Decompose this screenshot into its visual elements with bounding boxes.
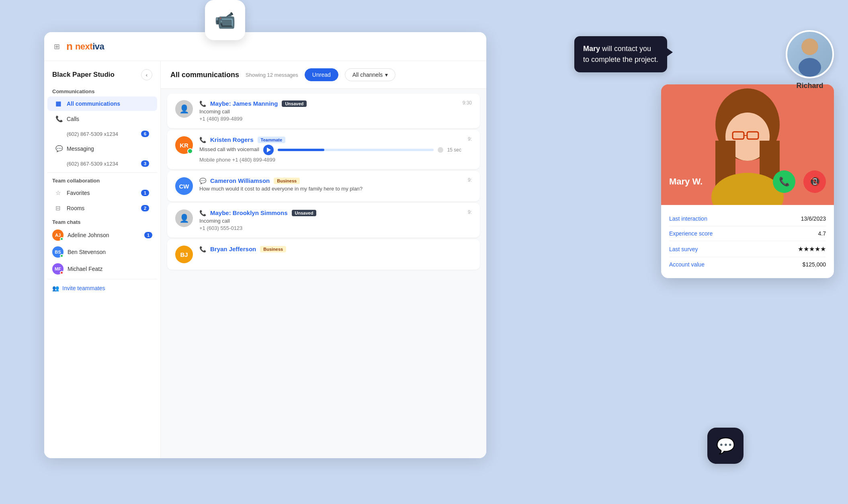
msg-detail-kristen: Mobile phone +1 (480) 899-4899 [199,157,461,163]
voicemail-player: Missed call with voicemail 15 sec [199,145,461,155]
msg-tag-brooklyn: Unsaved [292,210,317,216]
last-survey-row: Last survey ★★★★★ [669,241,826,257]
msg-sub-cameron: How much would it cost to add everyone i… [199,186,461,192]
msg-name-cameron: Cameron Williamson [210,177,270,184]
msg-sub-brooklyn: Incoming call [199,218,461,224]
calls-badge: 6 [141,131,149,137]
message-card-cameron[interactable]: CW 💬 Cameron Williamson Business How muc… [167,171,480,201]
msg-body-james: 📞 Maybe: James Manning Unsaved Incoming … [199,100,456,122]
speech-bubble-bold: Mary [583,45,600,53]
panel-subtitle: Showing 12 messages [246,72,298,78]
bryan-initials: BJ [180,251,188,258]
video-call-fab[interactable]: 📹 [205,0,245,40]
phone-icon-james: 📞 [199,100,206,107]
ben-name: Ben Stevenson [68,249,106,255]
divider [47,172,157,173]
all-channels-filter-button[interactable]: All channels ▾ [345,68,396,81]
experience-score-row: Experience score 4.7 [669,226,826,241]
msg-body-bryan: 📞 Bryan Jefferson Business [199,246,472,254]
msg-tag-james: Unsaved [282,100,307,107]
account-value-value: $125,000 [803,261,826,268]
unread-filter-button[interactable]: Unread [305,68,338,81]
richard-photo [786,30,834,78]
last-survey-label: Last survey [669,246,698,252]
logo-text: nextiva [75,41,104,52]
sidebar-collapse-button[interactable]: ‹ [141,69,152,80]
nextiva-logo: n nextiva [66,40,104,53]
team-chat-ben[interactable]: BS Ben Stevenson [44,244,160,260]
team-collaboration-label: Team collaboration [44,174,160,185]
play-button[interactable] [263,145,274,155]
sidebar-item-all-communications[interactable]: ▦ All communications [47,96,157,111]
divider-2 [47,279,157,279]
adeline-status-dot [60,237,63,241]
msg-time-james: 9:30 [463,100,472,106]
messaging-badge: 3 [141,160,149,167]
communications-section-label: Communications [44,85,160,96]
accept-call-button[interactable]: 📞 [773,170,795,193]
msg-body-kristen: 📞 Kristen Rogers Teammate Missed call wi… [199,136,461,163]
svg-point-1 [799,58,821,77]
rooms-badge: 2 [141,205,149,211]
message-card-brooklyn[interactable]: 👤 📞 Maybe: Brooklyn Simmons Unsaved Inco… [167,203,480,238]
message-card-bryan[interactable]: BJ 📞 Bryan Jefferson Business [167,239,480,270]
invite-teammates-button[interactable]: 👥 Invite teammates [44,281,160,295]
panel-title: All communications [170,71,239,79]
sidebar-item-messaging[interactable]: 💬 Messaging [47,141,157,156]
person-icon-james: 👤 [179,104,189,114]
sidebar-item-calls[interactable]: 📞 Calls [47,112,157,126]
invite-icon: 👥 [52,285,59,291]
msg-sub-james: Incoming call [199,109,456,115]
voicemail-duration: 15 sec [447,147,461,153]
rooms-label: Rooms [67,205,84,211]
sidebar-item-rooms[interactable]: ⊟ Rooms 2 [47,201,157,215]
phone-nav-icon: 📞 [55,115,63,123]
chat-fab-icon: 💬 [716,437,735,455]
kristen-status [187,148,193,154]
waveform-fill [278,149,324,151]
calls-number: (602) 867-5309 x1234 [67,131,118,137]
michael-status-dot [60,271,63,275]
phone-icon-brooklyn: 📞 [199,210,206,216]
msg-top-kristen: 📞 Kristen Rogers Teammate [199,136,461,143]
speech-bubble: Mary will contact youto complete the pro… [574,36,667,72]
all-communications-label: All communications [67,100,120,107]
team-chat-michael[interactable]: MF Michael Featz [44,260,160,277]
video-call-icon: 📹 [215,10,236,30]
caller-name: Mary W. [669,176,703,187]
rooms-icon: ⊟ [55,205,63,212]
msg-top-bryan: 📞 Bryan Jefferson Business [199,246,472,252]
accept-icon: 📞 [779,176,790,187]
msg-detail-brooklyn: +1 (603) 555-0123 [199,225,461,231]
messaging-label: Messaging [67,145,94,152]
message-nav-icon: 💬 [55,145,63,152]
sidebar-item-favorites[interactable]: ☆ Favorites 1 [47,186,157,200]
cameron-initials: CW [179,183,189,190]
ben-status-dot [60,254,63,258]
michael-initials: MF [55,266,61,271]
chat-icon-cameron: 💬 [199,178,206,184]
message-card-james[interactable]: 👤 📞 Maybe: James Manning Unsaved Incomin… [167,94,480,128]
avatar-michael: MF [52,263,63,275]
decline-call-button[interactable]: 📵 [803,170,826,193]
all-channels-chevron: ▾ [385,72,388,78]
sidebar-item-calls-number[interactable]: (602) 867-5309 x1234 6 [47,127,157,141]
avatar-ben: BS [52,246,63,258]
msg-name-brooklyn: Maybe: Brooklyn Simmons [210,209,288,216]
last-interaction-row: Last interaction 13/6/2023 [669,211,826,226]
chat-fab-button[interactable]: 💬 [707,428,744,464]
sidebar-item-messaging-number[interactable]: (602) 867-5309 x1234 3 [47,157,157,170]
msg-tag-kristen: Teammate [258,137,286,143]
call-info-section: Last interaction 13/6/2023 Experience sc… [661,205,834,278]
team-chat-adeline[interactable]: AJ Adeline Johnson 1 [44,227,160,244]
message-card-kristen[interactable]: KR 📞 Kristen Rogers Teammate Missed call… [167,130,480,169]
ben-initials: BS [55,250,61,254]
svg-point-2 [801,39,818,55]
msg-top-cameron: 💬 Cameron Williamson Business [199,177,461,184]
invite-label: Invite teammates [62,285,105,291]
michael-name: Michael Featz [68,266,102,272]
msg-tag-cameron: Business [274,178,300,184]
msg-tag-bryan: Business [260,246,286,252]
sidebar-header: Black Paper Studio ‹ [44,61,160,85]
app-window: ⊞ n nextiva Black Paper Studio ‹ Communi… [44,32,486,458]
